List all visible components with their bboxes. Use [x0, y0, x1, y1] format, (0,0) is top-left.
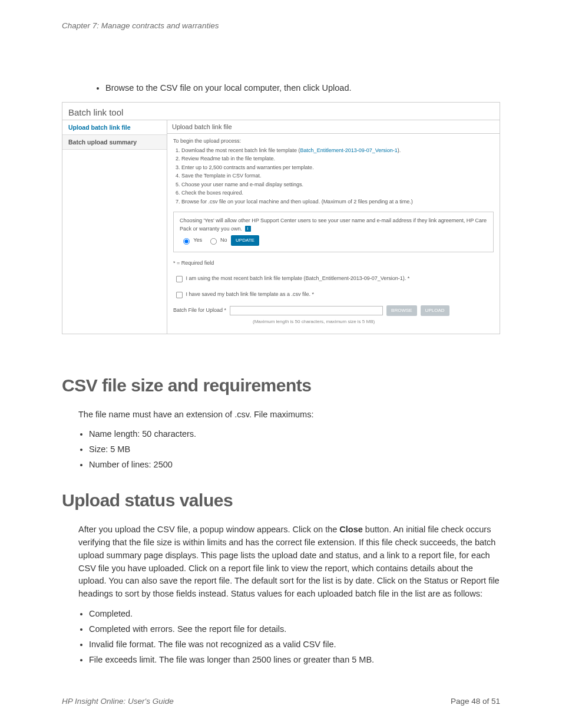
template-link[interactable]: Batch_Entitlement-2013-09-07_Version-1: [300, 147, 398, 153]
step-3: Enter up to 2,500 contracts and warranti…: [181, 164, 494, 172]
checkbox-csv-saved[interactable]: I have saved my batch link file template…: [173, 291, 314, 297]
heading-upload-status: Upload status values: [62, 490, 500, 510]
info-icon[interactable]: i: [245, 226, 251, 232]
upload-process-intro: To begin the upload process:: [173, 137, 494, 146]
footer-page-number: Page 48 of 51: [451, 697, 500, 706]
step-5: Choose your user name and e-mail display…: [181, 181, 494, 189]
chapter-header: Chapter 7: Manage contracts and warranti…: [62, 21, 500, 30]
status-exceeds-limit: File exceeds limit. The file was longer …: [89, 655, 500, 664]
csv-req-name-length: Name length: 50 characters.: [89, 429, 500, 439]
checkbox-template-version[interactable]: I am using the most recent batch link fi…: [173, 275, 409, 281]
step-4: Save the Template in CSV format.: [181, 172, 494, 180]
update-button[interactable]: UPDATE: [231, 235, 259, 246]
status-invalid-format: Invalid file format. The file was not re…: [89, 640, 500, 649]
step-2: Review Readme tab in the file template.: [181, 155, 494, 163]
file-upload-input[interactable]: [230, 306, 383, 315]
intro-bullet: Browse to the CSV file on your local com…: [105, 83, 500, 93]
screenshot-nav: Upload batch link file Batch upload summ…: [62, 120, 167, 334]
upload-button[interactable]: UPLOAD: [421, 305, 449, 316]
step-1: Download the most recent batch link file…: [181, 147, 494, 155]
radio-no[interactable]: No: [207, 237, 227, 243]
screenshot-window-title: Batch link tool: [62, 103, 500, 120]
csv-req-size: Size: 5 MB: [89, 444, 500, 454]
upload-status-paragraph: After you upload the CSV file, a popup w…: [78, 523, 500, 601]
visibility-consent-box: Choosing 'Yes' will allow other HP Suppo…: [173, 212, 494, 252]
upload-process-steps: Download the most recent batch link file…: [181, 147, 494, 206]
close-button-ref: Close: [339, 525, 363, 534]
browse-button[interactable]: BROWSE: [386, 305, 417, 316]
screenshot-main-panel: Upload batch link file To begin the uplo…: [167, 120, 500, 334]
step-7: Browse for .csv file on your local machi…: [181, 198, 494, 206]
footer-doc-title: HP Insight Online: User's Guide: [62, 697, 174, 706]
panel-title: Upload batch link file: [167, 120, 500, 134]
status-completed-errors: Completed with errors. See the report fi…: [89, 624, 500, 634]
required-field-note: * = Required field: [173, 259, 494, 268]
csv-maximums-list: Name length: 50 characters. Size: 5 MB N…: [82, 429, 500, 469]
step-6: Check the boxes required.: [181, 189, 494, 197]
status-values-list: Completed. Completed with errors. See th…: [82, 609, 500, 664]
status-completed: Completed.: [89, 609, 500, 618]
csv-intro-paragraph: The file name must have an extension of …: [78, 409, 500, 421]
page-footer: HP Insight Online: User's Guide Page 48 …: [62, 697, 500, 706]
file-constraints-note: (Maximum length is 50 characters, maximu…: [253, 318, 494, 325]
heading-csv-requirements: CSV file size and requirements: [62, 375, 500, 396]
batch-link-tool-screenshot: Batch link tool Upload batch link file B…: [62, 102, 500, 334]
nav-upload-batch-link-file[interactable]: Upload batch link file: [62, 120, 167, 135]
consent-text: Choosing 'Yes' will allow other HP Suppo…: [180, 218, 487, 232]
file-upload-label: Batch File for Upload *: [173, 307, 226, 315]
nav-batch-upload-summary[interactable]: Batch upload summary: [62, 135, 167, 150]
file-upload-row: Batch File for Upload * BROWSE UPLOAD: [173, 305, 494, 316]
radio-yes[interactable]: Yes: [180, 237, 202, 243]
csv-req-lines: Number of lines: 2500: [89, 460, 500, 469]
